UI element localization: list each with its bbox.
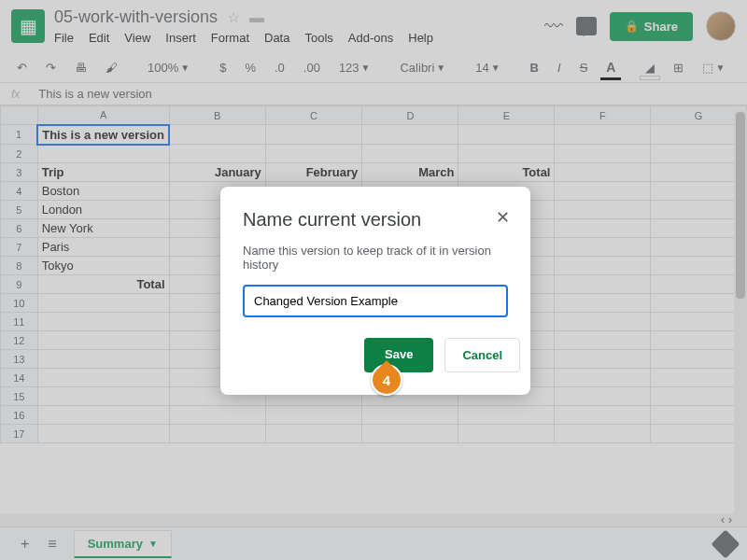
dialog-title: Name current version: [243, 209, 508, 231]
close-icon[interactable]: ✕: [496, 207, 510, 228]
version-name-input[interactable]: [243, 285, 508, 317]
callout-number: 4: [371, 364, 402, 396]
cancel-button[interactable]: Cancel: [444, 338, 520, 372]
dialog-description: Name this version to keep track of it in…: [243, 244, 508, 272]
tutorial-callout: 4: [371, 364, 402, 396]
